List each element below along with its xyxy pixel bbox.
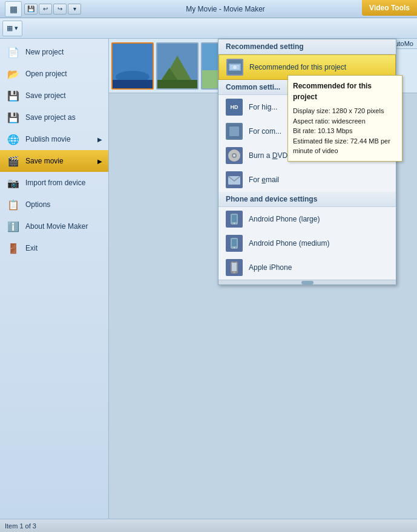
apple-iphone-label: Apple iPhone	[249, 263, 292, 272]
menu-item-save-project[interactable]: 💾 Save project	[0, 85, 108, 107]
burn-dvd-label: Burn a DVD	[249, 151, 287, 160]
hd-text: HD	[231, 104, 238, 110]
ribbon-area: AutoMo	[109, 39, 417, 519]
tooltip-popup: Recommended for this project Display siz…	[287, 75, 402, 162]
app-dropdown-button[interactable]: ▦ ▾	[2, 21, 22, 36]
iphone-img	[227, 260, 241, 275]
open-project-label: Open project	[25, 70, 67, 78]
import-label: Import from device	[25, 179, 85, 187]
thumbnail-1[interactable]	[111, 42, 154, 90]
quick-access-toolbar: 💾 ↩ ↪ ▾	[24, 4, 81, 15]
save-project-label: Save project	[25, 91, 66, 100]
android-large-item[interactable]: Android Phone (large)	[218, 207, 396, 231]
menu-item-save-movie[interactable]: 🎬 Save movie ▶	[0, 150, 108, 172]
thumb2-image	[157, 44, 197, 88]
title-bar: ▦ 💾 ↩ ↪ ▾ My Movie - Movie Maker ─ □ ✕	[0, 0, 417, 18]
menu-item-new-project[interactable]: 📄 New project	[0, 41, 108, 63]
exit-label: Exit	[25, 244, 38, 252]
svg-point-31	[234, 272, 235, 274]
for-email-label: For email	[249, 176, 279, 184]
recommended-img	[228, 60, 242, 74]
for-high-label: For hig...	[249, 103, 277, 111]
svg-rect-2	[113, 80, 153, 88]
for-email-icon	[226, 171, 243, 188]
dropdown-scrollbar[interactable]	[218, 280, 396, 284]
new-project-icon: 📄	[6, 45, 21, 59]
main-area: 📄 New project 📂 Open project 💾 Save proj…	[0, 39, 417, 519]
save-movie-label: Save movie	[25, 157, 64, 165]
apple-iphone-icon	[226, 259, 243, 276]
svg-rect-18	[229, 126, 239, 136]
android-med-img	[227, 236, 241, 251]
recommended-header: Recommended setting	[218, 39, 396, 54]
for-com-label: For com...	[249, 127, 281, 136]
thumb1-image	[113, 44, 153, 88]
android-medium-item[interactable]: Android Phone (medium)	[218, 231, 396, 255]
app-menu-button[interactable]: ▦	[5, 1, 22, 17]
apple-iphone-item[interactable]: Apple iPhone	[218, 255, 396, 280]
menu-item-publish-movie[interactable]: 🌐 Publish movie ▶	[0, 128, 108, 150]
tooltip-line-2: Aspect ratio: widescreen	[293, 116, 397, 126]
options-label: Options	[25, 200, 50, 209]
android-img	[227, 212, 241, 226]
menu-item-open-project[interactable]: 📂 Open project	[0, 63, 108, 85]
svg-rect-30	[232, 263, 237, 271]
tooltip-line-1: Display size: 1280 x 720 pixels	[293, 106, 397, 116]
menu-item-save-project-as[interactable]: 💾 Save project as	[0, 107, 108, 128]
toolbar: ▦ ▾	[0, 18, 417, 39]
undo-quick-button[interactable]: ↩	[39, 4, 52, 15]
status-bar: Item 1 of 3	[0, 519, 417, 532]
open-project-icon: 📂	[6, 67, 21, 81]
menu-item-options[interactable]: 📋 Options	[0, 194, 108, 215]
com-img	[227, 124, 241, 139]
recommended-label: Recommended for this project	[249, 63, 346, 71]
publish-label: Publish movie	[25, 135, 71, 143]
about-label: About Movie Maker	[25, 222, 88, 231]
publish-arrow: ▶	[97, 136, 102, 143]
android-large-label: Android Phone (large)	[249, 215, 320, 223]
tooltip-line-3: Bit rate: 10.13 Mbps	[293, 126, 397, 136]
save-project-icon: 💾	[6, 88, 21, 103]
about-icon: ℹ️	[6, 219, 21, 234]
svg-point-21	[233, 154, 235, 157]
android-large-icon	[226, 211, 243, 228]
status-text: Item 1 of 3	[5, 522, 36, 530]
for-com-icon	[226, 123, 243, 140]
recommended-icon	[226, 59, 243, 76]
redo-quick-button[interactable]: ↪	[53, 4, 67, 15]
android-medium-label: Android Phone (medium)	[249, 239, 329, 248]
left-menu: 📄 New project 📂 Open project 💾 Save proj…	[0, 39, 109, 519]
dvd-img	[227, 148, 241, 163]
email-img	[227, 172, 241, 187]
import-icon: 📷	[6, 176, 21, 190]
publish-icon: 🌐	[6, 132, 21, 146]
save-quick-button[interactable]: 💾	[24, 4, 38, 15]
android-medium-icon	[226, 235, 243, 252]
save-movie-icon: 🎬	[6, 154, 21, 168]
svg-rect-32	[233, 262, 235, 263]
for-high-icon: HD	[226, 99, 243, 116]
video-tools-badge: Video Tools	[362, 0, 417, 16]
exit-icon: 🚪	[6, 241, 21, 255]
svg-rect-27	[232, 239, 237, 246]
app-dropdown-icon: ▦	[7, 24, 13, 32]
save-movie-arrow: ▶	[97, 158, 102, 165]
app-dropdown-arrow: ▾	[15, 24, 18, 32]
new-project-label: New project	[25, 48, 64, 56]
menu-item-exit[interactable]: 🚪 Exit	[0, 237, 108, 259]
phone-header: Phone and device settings	[218, 192, 396, 207]
svg-point-16	[233, 65, 237, 69]
options-icon: 📋	[6, 197, 21, 212]
svg-point-28	[234, 247, 235, 248]
scroll-thumb[interactable]	[301, 281, 314, 284]
thumbnail-2[interactable]	[156, 42, 199, 90]
burn-dvd-icon	[226, 147, 243, 164]
svg-point-25	[234, 223, 235, 224]
tooltip-line-4: Estimated file size: 72.44 MB per minute…	[293, 136, 397, 156]
dropdown-quick-button[interactable]: ▾	[68, 4, 81, 15]
menu-item-import[interactable]: 📷 Import from device	[0, 172, 108, 194]
for-email-item[interactable]: For email	[218, 168, 396, 192]
menu-item-about[interactable]: ℹ️ About Movie Maker	[0, 215, 108, 237]
tooltip-title: Recommended for this project	[293, 80, 397, 102]
save-as-label: Save project as	[25, 113, 76, 122]
